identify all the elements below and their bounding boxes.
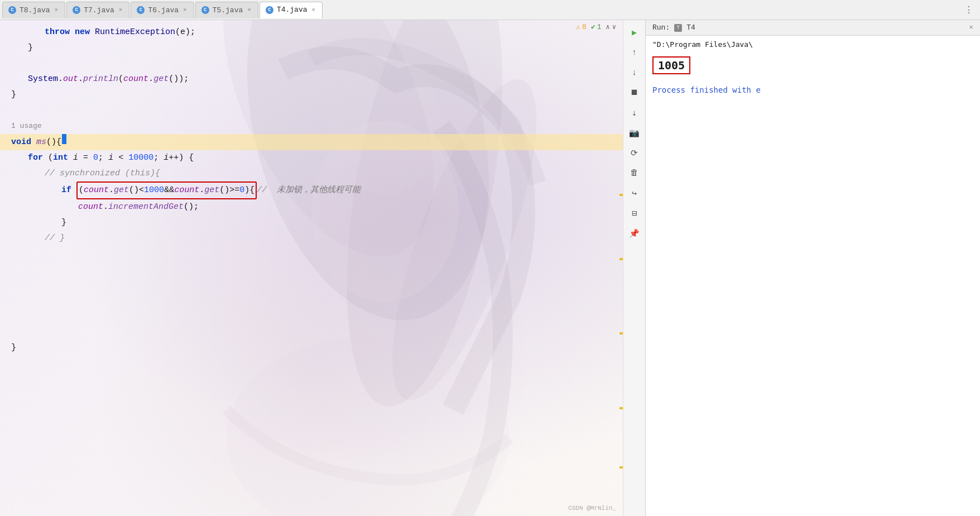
warning-icon: ⚠ — [576, 22, 580, 31]
code-line-empty5 — [0, 278, 623, 293]
code-line-empty6 — [0, 293, 623, 309]
warning-bar: ⚠ 8 ✔ 1 ∧ ∨ — [569, 20, 623, 34]
cn-annotation: 未加锁，其他线程可能 — [277, 181, 361, 197]
tab-icon-t8: C — [8, 6, 16, 14]
code-line-close1: } — [0, 40, 623, 56]
tab-bar: C T8.java × C T7.java × C T6.java × C T5… — [0, 0, 980, 20]
main-area: ⚠ 8 ✔ 1 ∧ ∨ throw new RuntimeException(e… — [0, 20, 980, 516]
tab-label-t6: T6.java — [148, 6, 179, 15]
code-line-empty7 — [0, 309, 623, 324]
sidebar-toolbar: ▶ ↑ ↓ ⏹ ⇣ 📷 ⟳ 🗑 ↪ ⊟ 📌 — [623, 20, 645, 516]
warning-count: 8 — [582, 23, 587, 31]
code-line-usage: 1 usage — [0, 118, 623, 134]
tab-close-t8[interactable]: × — [54, 7, 60, 13]
check-icon: ✔ — [591, 22, 595, 31]
check-badge: ✔ 1 — [591, 22, 602, 31]
code-line-void-ms: void ms(){ — [0, 134, 623, 150]
check-count: 1 — [597, 23, 602, 31]
run-path: "D:\Program Files\Java\ — [652, 40, 973, 49]
nav-arrows[interactable]: ∧ ∨ — [606, 23, 616, 31]
code-line-empty3 — [0, 246, 623, 262]
tab-more-button[interactable]: ⋮ — [960, 4, 978, 16]
run-finish-text: Process finished with e — [652, 85, 973, 94]
code-line-sysout: System.out.println(count.get()); — [0, 71, 623, 87]
code-line-increment: count.incrementAndGet(); — [0, 199, 623, 215]
code-line-close-comment: // } — [0, 231, 623, 246]
tab-close-t6[interactable]: × — [182, 7, 188, 13]
tab-t7[interactable]: C T7.java × — [66, 2, 129, 18]
tab-t4[interactable]: C T4.java × — [260, 2, 323, 18]
tab-close-t4[interactable]: × — [310, 7, 316, 13]
rerun-button[interactable]: ⇣ — [627, 105, 642, 121]
code-editor[interactable]: ⚠ 8 ✔ 1 ∧ ∨ throw new RuntimeException(e… — [0, 20, 623, 516]
tab-icon-t7: C — [73, 6, 80, 14]
tab-close-t5[interactable]: × — [246, 7, 252, 13]
scroll-down-button[interactable]: ↓ — [627, 65, 642, 80]
run-panel-close[interactable]: × — [969, 23, 973, 32]
back-button[interactable]: ↪ — [627, 185, 642, 201]
tab-label-t4: T4.java — [277, 6, 308, 14]
csdn-watermark: CSDN @MrNlin_ — [568, 505, 616, 512]
run-panel-header: Run: T T4 × — [646, 20, 980, 36]
code-line-if: if (count.get()<1000&&count.get()>=0){//… — [0, 181, 623, 199]
run-title: Run: — [652, 23, 670, 32]
pin-button[interactable]: 📌 — [627, 226, 642, 241]
red-box-highlight: (count.get()<1000&&count.get()>=0){ — [76, 181, 257, 199]
code-line-close-final: } — [0, 340, 623, 356]
code-content[interactable]: throw new RuntimeException(e); } System.… — [0, 20, 623, 360]
tab-icon-t4: C — [266, 6, 273, 14]
code-line-close3: } — [0, 215, 623, 231]
run-tab-icon: T — [674, 24, 682, 32]
tab-icon-t5: C — [201, 6, 209, 14]
code-line-for: for (int i = 0; i < 10000; i++) { — [0, 150, 623, 166]
code-line-empty1 — [0, 56, 623, 71]
nav-up-arrow[interactable]: ∧ — [606, 23, 610, 31]
tab-label-t7: T7.java — [84, 6, 114, 15]
run-output-value: 1005 — [652, 56, 690, 74]
code-line-close2: } — [0, 87, 623, 103]
code-line-empty2 — [0, 103, 623, 118]
run-tab-name: T4 — [686, 23, 695, 32]
delete-button[interactable]: 🗑 — [627, 165, 642, 181]
tab-t8[interactable]: C T8.java × — [2, 2, 65, 18]
scroll-up-button[interactable]: ↑ — [627, 45, 642, 60]
code-line-sync-comment: // synchronized (this){ — [0, 166, 623, 181]
code-line-throw: throw new RuntimeException(e); — [0, 25, 623, 40]
tab-t5[interactable]: C T5.java × — [195, 2, 258, 18]
tab-icon-t6: C — [137, 6, 145, 14]
layout-button[interactable]: ⊟ — [627, 206, 642, 221]
warning-badge: ⚠ 8 — [576, 22, 587, 31]
tab-t6[interactable]: C T6.java × — [131, 2, 194, 18]
tab-close-t7[interactable]: × — [118, 7, 124, 13]
refresh-button[interactable]: ⟳ — [627, 145, 642, 161]
run-panel: Run: T T4 × "D:\Program Files\Java\ 1005… — [645, 20, 980, 516]
screenshot-button[interactable]: 📷 — [627, 125, 642, 141]
stop-button[interactable]: ⏹ — [627, 85, 642, 101]
tab-label-t5: T5.java — [213, 6, 243, 15]
code-line-empty4 — [0, 262, 623, 278]
run-panel-content[interactable]: "D:\Program Files\Java\ 1005 Process fin… — [646, 36, 980, 516]
line-markers — [618, 20, 623, 516]
run-button[interactable]: ▶ — [627, 25, 642, 40]
code-line-empty8 — [0, 324, 623, 340]
tab-label-t8: T8.java — [20, 6, 50, 15]
nav-down-arrow[interactable]: ∨ — [612, 23, 616, 31]
